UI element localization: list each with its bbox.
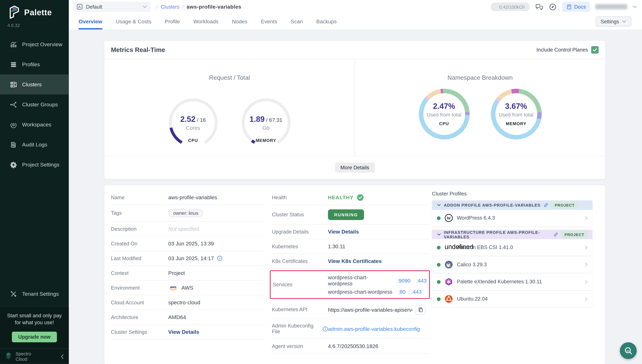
service-name: wordpress-chart-wordpress: [328, 289, 392, 295]
profile-item-amazon-ebs-csi-1-41-0[interactable]: undefined Amazon EBS CSI 1.41.0: [432, 239, 593, 256]
detail-label: Cluster Settings: [111, 329, 168, 335]
tab-profile[interactable]: Profile: [165, 14, 180, 30]
cluster-status-badge: RUNNING: [328, 210, 364, 220]
status-dot: [437, 297, 441, 301]
sidebar-item-tenant-settings[interactable]: Tenant Settings: [0, 284, 69, 304]
palette-logo-icon: [8, 5, 20, 19]
compass-icon[interactable]: [548, 3, 557, 11]
sidebar-item-label: Tenant Settings: [22, 291, 59, 297]
detail-row-created-on: Created On 03 Jun 2025, 13:39: [111, 236, 264, 251]
admin-kubeconfig-file-link[interactable]: admin.aws-profile-variables.kubeconfig: [328, 326, 420, 332]
service-port-link[interactable]: :443: [416, 278, 427, 284]
detail-row-architecture: Architecture AMD64: [111, 310, 264, 325]
sidebar-item-project-settings[interactable]: Project Settings: [0, 154, 69, 175]
more-details-button[interactable]: More Details: [335, 163, 374, 172]
upgrade-details-link[interactable]: View Details: [328, 229, 359, 235]
chevron-down-icon[interactable]: [632, 5, 637, 8]
sidebar-item-profiles[interactable]: Profiles: [0, 54, 69, 74]
detail-row-kubernetes-api: Kubernetes API https://aws-profile-varia…: [272, 300, 430, 319]
info-icon[interactable]: [217, 256, 223, 261]
content: Metrics Real-Time Include Control Planes…: [69, 30, 642, 364]
detail-label: Created On: [111, 241, 168, 246]
chevron-down-icon: [143, 5, 147, 8]
sidebar-item-cluster-groups[interactable]: Cluster Groups: [0, 94, 69, 114]
include-control-planes-checkbox[interactable]: [591, 46, 598, 54]
detail-value-text: AMD64: [168, 314, 186, 320]
profile-item-wordpress-6-4-3[interactable]: W WordPress 6.4.3: [432, 210, 593, 226]
brand: Palette: [0, 0, 69, 19]
upgrade-now-button[interactable]: Upgrade now: [12, 332, 57, 342]
info-icon[interactable]: [323, 326, 328, 332]
breadcrumb-separator: [182, 4, 184, 10]
svg-text:aws: aws: [170, 285, 176, 289]
tab-nodes[interactable]: Nodes: [232, 14, 247, 30]
sidebar-item-label: Profiles: [22, 62, 40, 68]
sidebar-tenant-section: Tenant Settings: [0, 284, 69, 304]
breadcrumb-separator: [156, 4, 158, 10]
settings-button[interactable]: Settings: [596, 16, 631, 26]
breadcrumb-clusters-link[interactable]: Clusters: [161, 4, 179, 10]
detail-value-text: AWS: [181, 284, 193, 291]
service-name: wordpress-chart-wordpress: [328, 274, 391, 287]
collapse-sidebar-icon[interactable]: [61, 354, 64, 359]
profile-item-ubuntu-22-04[interactable]: Ubuntu 22.04: [432, 291, 593, 307]
gauge-cpu: 2.52 / 16 Cores CPU: [166, 96, 220, 149]
tab-scan[interactable]: Scan: [291, 14, 303, 30]
cluster-settings-link[interactable]: View Details: [168, 329, 199, 335]
sidebar-item-label: Clusters: [22, 82, 42, 88]
profile-section-header[interactable]: INFRASTRUCTURE PROFILE AWS-PROFILE-VARIA…: [432, 230, 593, 239]
profile-item-calico-3-29-3[interactable]: Calico 3.29.3: [432, 256, 593, 274]
project-badge: PROJECT: [561, 231, 588, 238]
detail-row-description: Description Not specified.: [111, 222, 264, 236]
sidebar-item-audit-logs[interactable]: Audit Logs: [0, 134, 69, 154]
layers-icon: [10, 61, 17, 68]
detail-row-upgrade-details: Upgrade Details View Details: [272, 224, 430, 239]
tab-backups[interactable]: Backups: [316, 14, 337, 30]
tab-usage-costs[interactable]: Usage & Costs: [116, 14, 151, 30]
chat-icon[interactable]: [535, 3, 543, 11]
donut-value: 2.47%: [419, 102, 470, 111]
detail-label: Admin Kubeconfig File: [272, 323, 328, 334]
sidebar-item-workspaces[interactable]: Workspaces: [0, 114, 69, 134]
link-icon: [543, 202, 549, 208]
donut-cpu: 2.47% Used from total CPU: [419, 89, 470, 140]
details-column-left: Name aws-profile-variables Tags owner: l…: [111, 190, 264, 340]
detail-row-kubernetes: Kubernetes 1.30.11: [272, 239, 430, 254]
promo-text: Start small and only pay for what you us…: [3, 312, 66, 326]
project-selector[interactable]: Default: [73, 2, 151, 12]
donut-memory: 3.67% Used from total MEMORY: [491, 89, 541, 140]
metrics-card: Metrics Real-Time Include Control Planes…: [104, 41, 605, 179]
user-menu-redacted[interactable]: [595, 4, 627, 10]
profile-section-header[interactable]: ADDON PROFILE AWS-PROFILE-VARIABLES PROJ…: [432, 200, 593, 210]
orbit-icon: [10, 121, 17, 128]
chevron-right-icon: [585, 245, 587, 250]
tab-overview[interactable]: Overview: [79, 14, 102, 30]
project-selector-value: Default: [86, 4, 102, 10]
profile-section-infrastructure-profile-aws-profile-variables: INFRASTRUCTURE PROFILE AWS-PROFILE-VARIA…: [432, 230, 593, 307]
detail-row-health: Health HEALTHY: [272, 190, 430, 205]
profile-item-palette-extended-kubernetes-1-30-11[interactable]: Palette eXtended Kubernetes 1.30.11: [432, 274, 593, 291]
sidebar-item-clusters[interactable]: Clusters: [0, 74, 69, 94]
tab-events[interactable]: Events: [261, 14, 277, 30]
copy-button[interactable]: [415, 305, 425, 314]
detail-label: Cluster Status: [272, 212, 328, 218]
sidebar-footer: Spectro Cloud: [0, 348, 69, 364]
docs-button[interactable]: Docs: [562, 2, 590, 12]
service-port-link[interactable]: :9090: [397, 278, 410, 284]
detail-row-name: Name aws-profile-variables: [111, 190, 264, 205]
brand-name: Palette: [24, 8, 52, 17]
tag-pill: owner: linus: [168, 209, 203, 217]
detail-label: Name: [111, 194, 168, 200]
usage-credits-badge[interactable]: 0.42/100kCh: [490, 2, 530, 11]
app-version: 4.6.32: [0, 19, 69, 28]
ubuntu-logo-icon: [445, 295, 453, 303]
service-port-link[interactable]: :80: [398, 289, 405, 295]
tab-workloads[interactable]: Workloads: [193, 14, 219, 30]
bar-chart-icon: [10, 41, 17, 48]
sidebar-item-project-overview[interactable]: Project Overview: [0, 34, 69, 54]
settings-label: Settings: [601, 19, 619, 24]
help-search-button[interactable]: [620, 342, 637, 359]
k8s-certificates-link[interactable]: View K8s Certificates: [328, 258, 382, 264]
calico-logo-icon: [445, 260, 453, 268]
service-port-link[interactable]: :443: [411, 289, 422, 295]
